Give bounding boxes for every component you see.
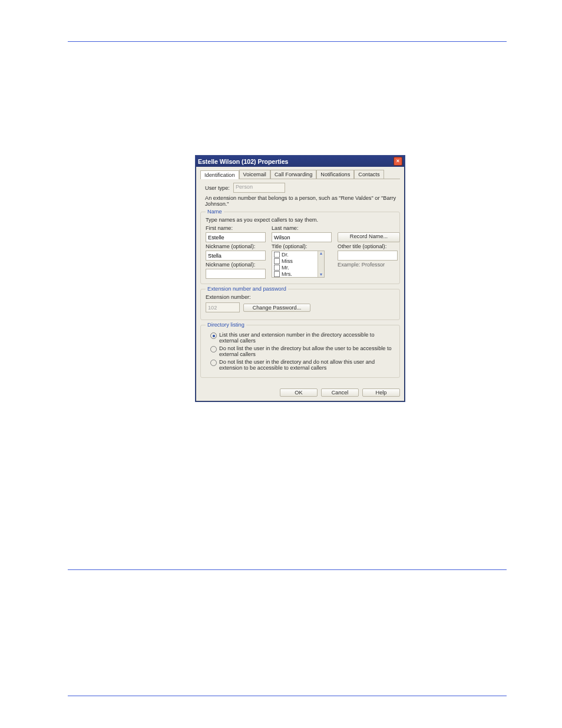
user-type-note: An extension number that belongs to a pe…: [205, 195, 400, 207]
directory-opt2: Do not list the user in the directory bu…: [219, 345, 395, 357]
title-label: Title (optional):: [272, 243, 334, 249]
tab-voicemail[interactable]: Voicemail: [239, 170, 270, 179]
name-group-title: Name: [206, 209, 224, 215]
directory-radio-2[interactable]: [210, 346, 217, 353]
first-name-label: First name:: [206, 225, 268, 231]
tab-bar: Identification Voicemail Call Forwarding…: [200, 170, 400, 179]
divider-top: [68, 41, 507, 42]
nickname1-input[interactable]: [206, 251, 266, 261]
user-type-label: User type:: [205, 185, 230, 191]
nickname1-label: Nickname (optional):: [206, 243, 268, 249]
dialog-title: Estelle Wilson (102) Properties: [198, 158, 288, 165]
last-name-label: Last name:: [272, 225, 334, 231]
user-type-select: Person: [233, 183, 285, 193]
title-opt-miss: Miss: [282, 258, 293, 264]
change-password-button[interactable]: Change Password...: [243, 304, 310, 312]
properties-dialog: Estelle Wilson (102) Properties × Identi…: [195, 155, 405, 402]
tab-call-forwarding[interactable]: Call Forwarding: [270, 170, 316, 179]
nickname2-input[interactable]: [206, 269, 266, 279]
name-hint: Type names as you expect callers to say …: [206, 217, 395, 223]
cancel-button[interactable]: Cancel: [321, 388, 359, 397]
directory-opt1: List this user and extension number in t…: [219, 332, 395, 344]
chevron-up-icon[interactable]: ▴: [320, 251, 322, 256]
close-icon[interactable]: ×: [394, 157, 402, 166]
title-list-scrollbar[interactable]: ▴ ▾: [318, 251, 324, 277]
first-name-input[interactable]: [206, 232, 266, 242]
ok-button[interactable]: OK: [280, 388, 318, 397]
title-listbox[interactable]: Dr. Miss Mr. Mrs. ▴ ▾: [272, 251, 325, 278]
dialog-footer: OK Cancel Help: [196, 385, 405, 401]
nickname2-label: Nickname (optional):: [206, 262, 268, 268]
directory-opt3: Do not list the user in the directory an…: [219, 359, 395, 371]
divider-bottom: [68, 696, 507, 696]
other-title-input[interactable]: [338, 251, 398, 261]
tab-contacts[interactable]: Contacts: [354, 170, 384, 179]
extension-group-title: Extension number and password: [206, 286, 288, 292]
directory-group: Directory listing List this user and ext…: [200, 325, 400, 378]
directory-radio-1[interactable]: [210, 332, 217, 339]
dialog-titlebar: Estelle Wilson (102) Properties ×: [196, 156, 405, 167]
record-name-button[interactable]: Record Name...: [338, 232, 400, 242]
tab-identification[interactable]: Identification: [200, 170, 239, 179]
title-opt-mr: Mr.: [282, 265, 289, 271]
extension-input: [206, 302, 240, 312]
directory-radio-3[interactable]: [210, 360, 217, 366]
chevron-down-icon[interactable]: ▾: [320, 272, 322, 277]
tab-notifications[interactable]: Notifications: [316, 170, 354, 179]
extension-label: Extension number:: [206, 294, 395, 300]
title-example: Example: Professor: [338, 262, 400, 268]
extension-group: Extension number and password Extension …: [200, 289, 400, 320]
title-opt-dr: Dr.: [282, 252, 289, 258]
help-button[interactable]: Help: [362, 388, 400, 397]
name-group: Name Type names as you expect callers to…: [200, 212, 400, 284]
divider-middle: [68, 569, 507, 570]
title-opt-mrs: Mrs.: [282, 271, 292, 277]
other-title-label: Other title (optional):: [338, 243, 400, 249]
directory-group-title: Directory listing: [206, 322, 246, 328]
last-name-input[interactable]: [272, 232, 332, 242]
